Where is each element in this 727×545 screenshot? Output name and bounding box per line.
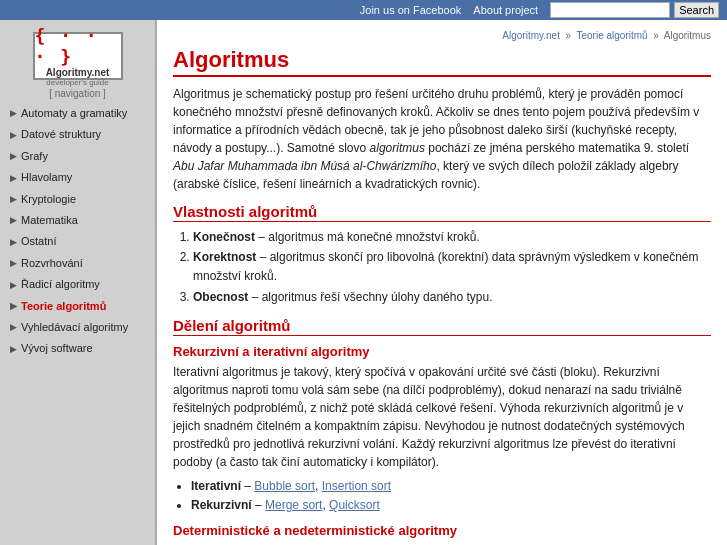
section-deleni: Dělení algoritmů [173, 317, 711, 336]
sidebar-item-8[interactable]: ▶Řadicí algoritmy [0, 274, 155, 295]
property-list: Konečnost – algoritmus má konečné množst… [193, 228, 711, 307]
sidebar-nav: ▶Automaty a gramatiky▶Datové struktury▶G… [0, 103, 155, 360]
list-item: Rekurzivní – Merge sort, Quicksort [191, 496, 711, 515]
nav-label: [ navigation ] [0, 88, 155, 99]
sidebar: { · · · } Algoritmy.net developer's guid… [0, 20, 155, 545]
search-input[interactable] [550, 2, 670, 18]
breadcrumb: Algoritmy.net » Teorie algoritmů » Algor… [173, 30, 711, 41]
logo-name: Algoritmy.net [46, 67, 110, 78]
list-item: Iterativní – Bubble sort, Insertion sort [191, 477, 711, 496]
intro-text: Algoritmus je schematický postup pro řeš… [173, 85, 711, 193]
breadcrumb-section[interactable]: Teorie algoritmů [576, 30, 647, 41]
sidebar-item-label: Automaty a gramatiky [21, 106, 127, 121]
sidebar-item-label: Kryptologie [21, 192, 76, 207]
arrow-icon: ▶ [10, 150, 18, 163]
bubble-sort-link[interactable]: Bubble sort [254, 479, 315, 493]
sidebar-item-label: Řadicí algoritmy [21, 277, 100, 292]
sidebar-item-7[interactable]: ▶Rozvrhování [0, 253, 155, 274]
arrow-icon: ▶ [10, 321, 18, 334]
sidebar-item-5[interactable]: ▶Matematika [0, 210, 155, 231]
rekurz-p1: Iterativní algoritmus je takový, který s… [173, 363, 711, 471]
sidebar-item-4[interactable]: ▶Kryptologie [0, 189, 155, 210]
main-content: Algoritmy.net » Teorie algoritmů » Algor… [155, 20, 727, 545]
subsection-rekurzivni: Rekurzivní a iterativní algoritmy [173, 344, 711, 359]
logo-braces: { · · · } [35, 25, 121, 67]
article-title: Algoritmus [173, 47, 711, 77]
sidebar-item-6[interactable]: ▶Ostatní [0, 231, 155, 252]
insertion-sort-link[interactable]: Insertion sort [322, 479, 391, 493]
sidebar-item-label: Vyhledávací algoritmy [21, 320, 128, 335]
sidebar-item-label: Ostatní [21, 234, 56, 249]
sidebar-item-label: Teorie algoritmů [21, 299, 106, 314]
list-item: Konečnost – algoritmus má konečné množst… [193, 228, 711, 247]
logo-sub: developer's guide [46, 78, 108, 87]
arrow-icon: ▶ [10, 343, 18, 356]
breadcrumb-home[interactable]: Algoritmy.net [502, 30, 560, 41]
section-vlastnosti: Vlastnosti algoritmů [173, 203, 711, 222]
sidebar-item-label: Hlavolamy [21, 170, 72, 185]
sidebar-item-9[interactable]: ▶Teorie algoritmů [0, 296, 155, 317]
arrow-icon: ▶ [10, 236, 18, 249]
facebook-link[interactable]: Join us on Facebook [360, 4, 462, 16]
list-item: Korektnost – algoritmus skončí pro libov… [193, 248, 711, 286]
sidebar-item-3[interactable]: ▶Hlavolamy [0, 167, 155, 188]
sidebar-item-0[interactable]: ▶Automaty a gramatiky [0, 103, 155, 124]
sidebar-item-label: Datové struktury [21, 127, 101, 142]
sidebar-item-10[interactable]: ▶Vyhledávací algoritmy [0, 317, 155, 338]
arrow-icon: ▶ [10, 214, 18, 227]
list-item: Obecnost – algoritmus řeší všechny úlohy… [193, 288, 711, 307]
sidebar-item-label: Vývoj software [21, 341, 93, 356]
breadcrumb-current: Algoritmus [664, 30, 711, 41]
sidebar-item-11[interactable]: ▶Vývoj software [0, 338, 155, 359]
topbar: Join us on Facebook About project Search [0, 0, 727, 20]
logo: { · · · } Algoritmy.net developer's guid… [33, 32, 123, 80]
arrow-icon: ▶ [10, 300, 18, 313]
arrow-icon: ▶ [10, 172, 18, 185]
sidebar-item-label: Matematika [21, 213, 78, 228]
arrow-icon: ▶ [10, 107, 18, 120]
iterativni-list: Iterativní – Bubble sort, Insertion sort… [191, 477, 711, 515]
arrow-icon: ▶ [10, 193, 18, 206]
sidebar-item-1[interactable]: ▶Datové struktury [0, 124, 155, 145]
arrow-icon: ▶ [10, 279, 18, 292]
arrow-icon: ▶ [10, 129, 18, 142]
subsection-determin: Deterministické a nedeterministické algo… [173, 523, 711, 538]
about-link[interactable]: About project [473, 4, 538, 16]
sidebar-item-label: Rozvrhování [21, 256, 83, 271]
outer-layout: { · · · } Algoritmy.net developer's guid… [0, 20, 727, 545]
quicksort-link[interactable]: Quicksort [329, 498, 380, 512]
sidebar-item-label: Grafy [21, 149, 48, 164]
merge-sort-link[interactable]: Merge sort [265, 498, 322, 512]
search-button[interactable]: Search [674, 2, 719, 18]
sidebar-item-2[interactable]: ▶Grafy [0, 146, 155, 167]
search-form: Search [550, 2, 719, 18]
arrow-icon: ▶ [10, 257, 18, 270]
